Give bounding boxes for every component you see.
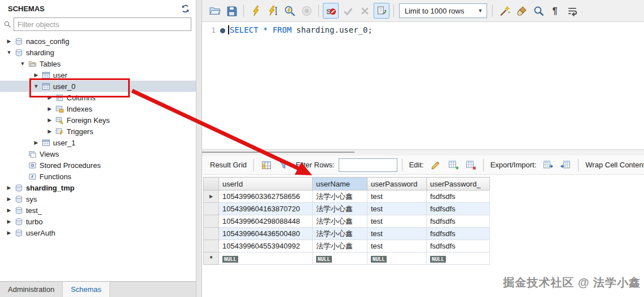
tab-schemas[interactable]: Schemas: [63, 282, 109, 297]
tree-item-stored-procedures[interactable]: Stored Procedures: [0, 159, 196, 171]
chevron-collapsed-icon[interactable]: ▶: [45, 117, 54, 123]
vertical-splitter[interactable]: [196, 0, 202, 297]
tree-item-functions[interactable]: fFunctions: [0, 171, 196, 182]
filter-rows-input[interactable]: [339, 158, 397, 172]
chevron-collapsed-icon[interactable]: ▶: [5, 230, 14, 236]
find-button[interactable]: [531, 3, 546, 19]
chevron-collapsed-icon[interactable]: ▶: [5, 185, 14, 190]
chevron-expanded-icon[interactable]: ▼: [18, 61, 27, 67]
append-row[interactable]: *NULLNULLNULLNULL: [204, 252, 490, 265]
tree-item-nacos-config[interactable]: ▶nacos_config: [0, 36, 196, 47]
result-cell[interactable]: 1054399604436500480: [219, 228, 313, 240]
tree-item-userauth[interactable]: ▶userAuth: [0, 227, 196, 238]
tree-item-turbo[interactable]: ▶turbo: [0, 216, 196, 227]
row-selector[interactable]: [204, 240, 219, 252]
toggle-stop-on-error-button[interactable]: S: [323, 3, 339, 19]
tree-item-sharding-tmp[interactable]: ▶sharding_tmp: [0, 182, 196, 193]
tree-item-user[interactable]: ▶user: [0, 69, 196, 81]
sql-code[interactable]: SELECT * FROM sharding.user_0;: [228, 22, 373, 149]
tree-item-tables[interactable]: ▼Tables: [0, 58, 196, 69]
import-button[interactable]: [558, 157, 573, 173]
result-cell[interactable]: fsdfsdfs: [427, 203, 490, 215]
row-selector[interactable]: [204, 215, 219, 228]
result-cell[interactable]: fsdfsdfs: [427, 190, 490, 203]
result-cell[interactable]: 1054399604163870720: [219, 203, 313, 215]
delete-row-button[interactable]: [463, 157, 479, 173]
tree-item-views[interactable]: Views: [0, 148, 196, 159]
result-cell[interactable]: 法学小心鑫: [313, 240, 367, 252]
chevron-collapsed-icon[interactable]: ▶: [45, 128, 54, 134]
result-cell[interactable]: test: [367, 203, 427, 215]
wrap-text-button[interactable]: [564, 3, 580, 19]
tree-item-sharding[interactable]: ▼sharding: [0, 47, 196, 58]
result-cell[interactable]: fsdfsdfs: [427, 215, 490, 228]
result-cell[interactable]: 法学小心鑫: [313, 215, 367, 228]
edit-record-button[interactable]: [428, 157, 444, 173]
result-cell[interactable]: test: [367, 190, 427, 203]
row-selector[interactable]: ▶: [204, 190, 219, 203]
chevron-collapsed-icon[interactable]: ▶: [45, 106, 54, 112]
chevron-expanded-icon[interactable]: ▼: [32, 83, 41, 89]
save-button[interactable]: [224, 3, 239, 19]
result-cell[interactable]: NULL: [313, 252, 367, 265]
result-cell[interactable]: 1054399604553940992: [219, 240, 313, 252]
result-cell[interactable]: NULL: [427, 252, 490, 265]
chevron-collapsed-icon[interactable]: ▶: [5, 196, 14, 202]
export-button[interactable]: [540, 157, 556, 173]
result-cell[interactable]: 法学小心鑫: [313, 203, 367, 215]
tree-item-user-0[interactable]: ▼user_0: [0, 81, 196, 92]
chevron-collapsed-icon[interactable]: ▶: [32, 72, 41, 78]
column-header-userpassword[interactable]: userPassword: [367, 178, 427, 190]
result-cell[interactable]: fsdfsdfs: [427, 240, 490, 252]
tree-item-columns[interactable]: ▶Columns: [0, 92, 196, 103]
tab-administration[interactable]: Administration: [0, 282, 63, 297]
tree-item-label: Columns: [64, 94, 95, 102]
tree-item-indexes[interactable]: ▶Indexes: [0, 103, 196, 114]
result-cell[interactable]: NULL: [367, 252, 427, 265]
chevron-collapsed-icon[interactable]: ▶: [45, 95, 54, 100]
execute-current-button[interactable]: [265, 3, 281, 19]
column-header-userid[interactable]: userId: [219, 178, 313, 190]
horizontal-splitter[interactable]: [202, 149, 644, 156]
beautify-button[interactable]: [497, 3, 512, 19]
filter-objects-input[interactable]: [14, 17, 191, 31]
tree-item-foreign-keys[interactable]: ▶Foreign Keys: [0, 114, 196, 126]
insert-row-button[interactable]: [445, 157, 461, 173]
column-header-userpassword[interactable]: userPassword_: [427, 178, 490, 190]
result-cell[interactable]: NULL: [219, 252, 313, 265]
chevron-collapsed-icon[interactable]: ▶: [32, 140, 41, 145]
show-invisibles-button[interactable]: ¶: [547, 3, 563, 19]
grid-options-button[interactable]: [259, 157, 274, 173]
chevron-expanded-icon[interactable]: ▼: [5, 50, 14, 55]
result-cell[interactable]: test: [367, 240, 427, 252]
result-cell[interactable]: test: [367, 228, 427, 240]
chevron-collapsed-icon[interactable]: ▶: [5, 38, 14, 44]
result-cell[interactable]: 1054399603362758656: [219, 190, 313, 203]
explain-button[interactable]: [282, 3, 297, 19]
sql-editor[interactable]: 1 SELECT * FROM sharding.user_0;: [202, 22, 644, 149]
tree-item-user-1[interactable]: ▶user_1: [0, 137, 196, 148]
toggle-autocommit-button[interactable]: [374, 3, 389, 19]
open-file-button[interactable]: [207, 3, 222, 19]
column-header-username[interactable]: userName: [313, 178, 367, 190]
row-selector[interactable]: [204, 228, 219, 240]
result-cell[interactable]: 1054399604298088448: [219, 215, 313, 228]
tree-item-test[interactable]: ▶test_: [0, 205, 196, 216]
result-cell[interactable]: 法学小心鑫: [313, 228, 367, 240]
append-row-selector[interactable]: *: [204, 252, 219, 265]
execute-button[interactable]: [248, 3, 264, 19]
tree-item-triggers[interactable]: ▶Triggers: [0, 126, 196, 137]
result-cell[interactable]: 法学小心鑫: [313, 190, 367, 203]
result-cell[interactable]: fsdfsdfs: [427, 228, 490, 240]
row-selector[interactable]: [204, 203, 219, 215]
splitter-grip[interactable]: [202, 152, 354, 153]
result-row: 1054399604163870720法学小心鑫testfsdfsdfs: [204, 203, 490, 215]
refresh-schemas-button[interactable]: [181, 4, 190, 14]
limit-rows-dropdown[interactable]: Limit to 1000 rows▼: [399, 3, 487, 18]
filter-button[interactable]: [276, 157, 292, 173]
chevron-collapsed-icon[interactable]: ▶: [5, 219, 14, 224]
result-cell[interactable]: test: [367, 215, 427, 228]
clean-button[interactable]: [514, 3, 529, 19]
chevron-collapsed-icon[interactable]: ▶: [5, 207, 14, 213]
tree-item-sys[interactable]: ▶sys: [0, 193, 196, 205]
